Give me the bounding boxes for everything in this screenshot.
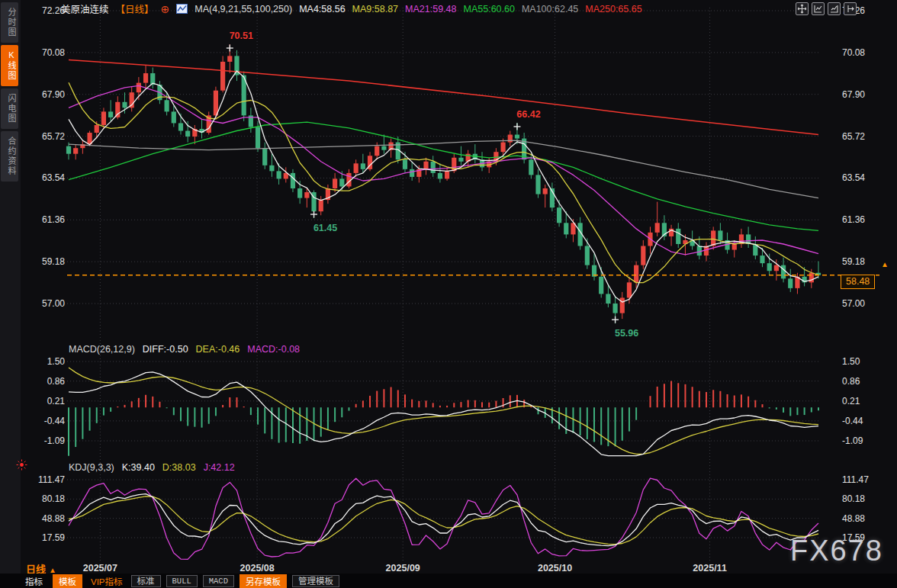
macd-legend-item: MACD:-0.08 bbox=[247, 344, 300, 355]
svg-text:59.18: 59.18 bbox=[42, 256, 65, 267]
svg-text:61.36: 61.36 bbox=[42, 214, 65, 225]
kdj-legend: KDJ(9,3,3)K:39.40D:38.03J:42.12 bbox=[69, 462, 235, 473]
svg-text:2025/08: 2025/08 bbox=[240, 563, 275, 574]
bottom-tab[interactable]: 模板 bbox=[53, 574, 82, 588]
svg-text:1.50: 1.50 bbox=[47, 356, 66, 367]
chart-style-icon[interactable] bbox=[176, 4, 188, 14]
kdj-legend-item: K:39.40 bbox=[122, 462, 155, 473]
svg-text:111.47: 111.47 bbox=[38, 474, 65, 485]
macd-legend-item: MACD(26,12,9) bbox=[69, 344, 135, 355]
price-up-arrow-icon: ▲ bbox=[881, 260, 889, 268]
ma-legend-item: MA55:60.60 bbox=[464, 4, 515, 14]
ma-legend-item: MA9:58.87 bbox=[352, 4, 398, 14]
kdj-legend-item: KDJ(9,3,3) bbox=[69, 462, 114, 473]
sidebar-tab[interactable]: 合约资料 bbox=[1, 131, 18, 182]
svg-text:0.21: 0.21 bbox=[842, 396, 860, 406]
last-price-box: 58.48 bbox=[841, 275, 875, 289]
chart-canvas[interactable]: 72.2672.2670.0870.0867.9067.9065.7265.72… bbox=[0, 0, 897, 588]
bottom-tab[interactable]: 另存模板 bbox=[240, 574, 287, 588]
ma-legend-item: MA21:59.48 bbox=[405, 4, 456, 14]
bottom-tab[interactable]: MACD bbox=[203, 575, 234, 587]
chart-toolbar bbox=[796, 2, 857, 15]
watermark: FX678 bbox=[790, 535, 883, 567]
ma-settings-label[interactable]: MA(4,9,21,55,100,250) bbox=[195, 4, 292, 14]
macd-legend: MACD(26,12,9)DIFF:-0.50DEA:-0.46MACD:-0.… bbox=[69, 344, 300, 355]
sidebar: 分时图K线图闪电图合约资料 bbox=[0, 0, 21, 574]
svg-text:70.51: 70.51 bbox=[230, 31, 253, 41]
svg-text:66.42: 66.42 bbox=[516, 109, 540, 120]
app-window: 72.2672.2670.0870.0867.9067.9065.7265.72… bbox=[0, 0, 897, 588]
svg-text:2025/11: 2025/11 bbox=[693, 563, 727, 574]
svg-text:67.90: 67.90 bbox=[842, 89, 865, 100]
svg-text:0.86: 0.86 bbox=[47, 376, 66, 387]
svg-text:57.00: 57.00 bbox=[42, 298, 65, 309]
sidebar-tab[interactable]: K线图 bbox=[1, 45, 18, 86]
bottom-tab[interactable]: BULL bbox=[166, 575, 198, 587]
kdj-legend-item: J:42.12 bbox=[204, 462, 235, 473]
svg-text:17.59: 17.59 bbox=[42, 532, 65, 543]
svg-text:-1.09: -1.09 bbox=[842, 435, 863, 446]
bottom-tabbar: 指标模板VIP指标标准BULLMACD另存模板管理模板 bbox=[0, 574, 897, 588]
svg-text:-0.44: -0.44 bbox=[842, 416, 863, 426]
svg-text:2025/10: 2025/10 bbox=[538, 563, 572, 574]
svg-text:2025/07: 2025/07 bbox=[83, 563, 117, 574]
kdj-legend-item: D:38.03 bbox=[162, 462, 196, 473]
svg-text:61.45: 61.45 bbox=[313, 223, 337, 233]
svg-text:70.08: 70.08 bbox=[42, 47, 65, 58]
svg-text:80.18: 80.18 bbox=[42, 493, 65, 504]
svg-text:65.72: 65.72 bbox=[842, 131, 865, 142]
last-price-value: 58.48 bbox=[846, 276, 870, 287]
period-tag[interactable]: 【日线】 bbox=[116, 2, 154, 16]
ma-legend-item: MA250:65.65 bbox=[585, 4, 641, 14]
bottom-tab[interactable]: 指标 bbox=[21, 575, 47, 587]
svg-text:111.47: 111.47 bbox=[842, 474, 869, 485]
circle-plus-icon[interactable]: ⊕ bbox=[161, 5, 170, 13]
sidebar-tab[interactable]: 闪电图 bbox=[1, 88, 18, 129]
macd-legend-item: DIFF:-0.50 bbox=[143, 344, 188, 355]
pan-tool-icon[interactable] bbox=[796, 2, 809, 15]
svg-text:70.08: 70.08 bbox=[842, 47, 865, 58]
svg-text:63.54: 63.54 bbox=[42, 172, 65, 183]
sidebar-tab[interactable]: 分时图 bbox=[1, 2, 18, 43]
svg-text:61.36: 61.36 bbox=[842, 214, 865, 225]
svg-text:48.88: 48.88 bbox=[842, 513, 865, 524]
ma-legend-item: MA4:58.56 bbox=[299, 4, 345, 14]
topbar: 美原油连续 【日线】 ⊕ MA(4,9,21,55,100,250) MA4:5… bbox=[61, 2, 642, 15]
pane-right-icon[interactable] bbox=[828, 2, 841, 15]
svg-text:55.96: 55.96 bbox=[615, 328, 638, 339]
symbol-title: 美原油连续 bbox=[61, 2, 109, 16]
svg-text:63.54: 63.54 bbox=[842, 172, 865, 183]
svg-text:80.18: 80.18 bbox=[842, 493, 865, 504]
svg-text:67.90: 67.90 bbox=[42, 89, 65, 100]
svg-text:0.21: 0.21 bbox=[47, 396, 66, 406]
pane-shift-icon[interactable] bbox=[844, 2, 857, 15]
bottom-tab[interactable]: 管理模板 bbox=[292, 575, 339, 587]
ma-legend-item: MA100:62.45 bbox=[522, 4, 578, 14]
svg-text:59.18: 59.18 bbox=[842, 256, 865, 267]
svg-text:48.88: 48.88 bbox=[42, 513, 65, 524]
pane-left-icon[interactable] bbox=[812, 2, 825, 15]
svg-text:57.00: 57.00 bbox=[842, 298, 865, 309]
svg-text:0.86: 0.86 bbox=[842, 376, 860, 387]
macd-legend-item: DEA:-0.46 bbox=[196, 344, 240, 355]
svg-text:1.50: 1.50 bbox=[842, 356, 860, 367]
ma-legend: MA4:58.56MA9:58.87MA21:59.48MA55:60.60MA… bbox=[299, 4, 642, 14]
svg-text:-0.44: -0.44 bbox=[44, 416, 66, 426]
svg-text:-1.09: -1.09 bbox=[44, 435, 66, 446]
live-indicator-icon bbox=[16, 459, 27, 474]
svg-text:65.72: 65.72 bbox=[42, 131, 65, 142]
bottom-tab[interactable]: 标准 bbox=[131, 575, 161, 587]
svg-text:2025/09: 2025/09 bbox=[386, 563, 420, 574]
bottom-tab[interactable]: VIP指标 bbox=[88, 575, 126, 587]
